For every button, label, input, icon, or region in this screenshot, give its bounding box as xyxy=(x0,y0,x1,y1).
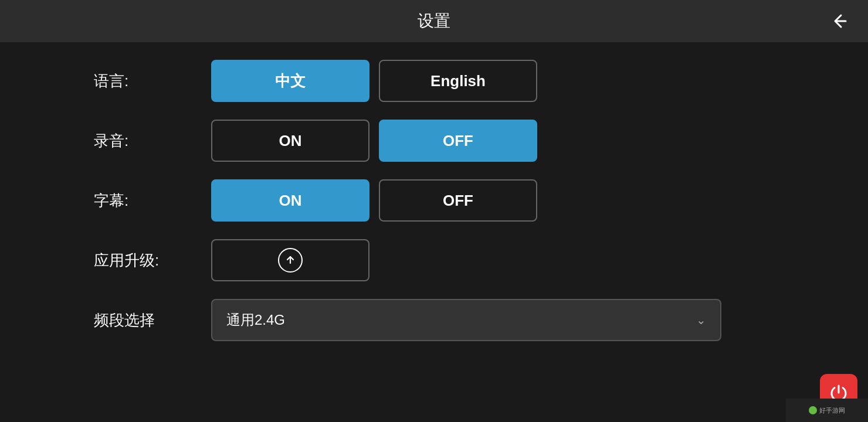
upgrade-controls xyxy=(211,239,369,281)
back-button[interactable] xyxy=(829,11,850,32)
subtitle-on-button[interactable]: ON xyxy=(211,179,369,222)
upgrade-label: 应用升级: xyxy=(94,250,211,271)
frequency-label: 频段选择 xyxy=(94,310,211,331)
recording-label: 录音: xyxy=(94,131,211,151)
upgrade-row: 应用升级: xyxy=(94,239,774,281)
chevron-down-icon: ⌄ xyxy=(696,313,706,327)
frequency-dropdown-container: 通用2.4G ⌄ xyxy=(211,299,721,341)
language-en-button[interactable]: English xyxy=(379,60,537,102)
recording-controls: ON OFF xyxy=(211,120,537,162)
frequency-selected-value: 通用2.4G xyxy=(226,311,285,329)
language-label: 语言: xyxy=(94,71,211,91)
language-row: 语言: 中文 English xyxy=(94,60,774,102)
subtitle-off-button[interactable]: OFF xyxy=(379,179,537,222)
subtitle-label: 字幕: xyxy=(94,190,211,211)
recording-row: 录音: ON OFF xyxy=(94,120,774,162)
watermark-dot xyxy=(809,406,817,414)
recording-on-button[interactable]: ON xyxy=(211,120,369,162)
language-controls: 中文 English xyxy=(211,60,537,102)
settings-panel: 语言: 中文 English 录音: ON OFF 字幕: ON xyxy=(0,42,868,370)
watermark-text: 好手游网 xyxy=(819,406,845,415)
frequency-row: 频段选择 通用2.4G ⌄ xyxy=(94,299,774,341)
watermark: 好手游网 xyxy=(786,399,868,422)
subtitle-controls: ON OFF xyxy=(211,179,537,222)
page-title: 设置 xyxy=(418,10,450,32)
frequency-dropdown[interactable]: 通用2.4G ⌄ xyxy=(211,299,721,341)
upgrade-button[interactable] xyxy=(211,239,369,281)
header: 设置 xyxy=(0,0,868,42)
watermark-logo: 好手游网 xyxy=(809,406,845,415)
subtitle-row: 字幕: ON OFF xyxy=(94,179,774,222)
upload-icon xyxy=(278,248,303,273)
recording-off-button[interactable]: OFF xyxy=(379,120,537,162)
language-zh-button[interactable]: 中文 xyxy=(211,60,369,102)
